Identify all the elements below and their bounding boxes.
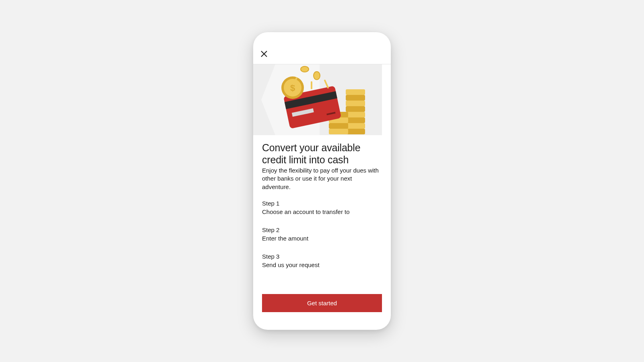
step-description: Choose an account to transfer to — [262, 208, 382, 215]
phone-modal-card: $ Convert your available credit limit in… — [253, 32, 391, 330]
step-item: Step 2 Enter the amount — [262, 226, 382, 242]
steps-list: Step 1 Choose an account to transfer to … — [262, 200, 382, 280]
svg-line-25 — [325, 80, 328, 88]
svg-point-22 — [301, 66, 309, 72]
content-area: $ Convert your available credit limit in… — [253, 64, 391, 294]
svg-rect-12 — [329, 123, 348, 129]
step-description: Enter the amount — [262, 235, 382, 242]
cash-card-illustration: $ — [253, 64, 382, 135]
close-button[interactable] — [260, 49, 268, 58]
step-item: Step 1 Choose an account to transfer to — [262, 200, 382, 215]
top-bar — [253, 32, 391, 64]
close-icon — [260, 50, 268, 58]
svg-rect-10 — [346, 89, 365, 95]
svg-rect-11 — [329, 129, 348, 134]
svg-point-23 — [314, 72, 320, 80]
svg-rect-4 — [346, 123, 365, 129]
get-started-button[interactable]: Get started — [262, 294, 382, 312]
hero-illustration: $ — [253, 64, 391, 135]
svg-rect-7 — [346, 106, 365, 112]
svg-rect-8 — [346, 101, 365, 106]
step-label: Step 1 — [262, 200, 382, 207]
step-item: Step 3 Send us your request — [262, 253, 382, 268]
svg-rect-5 — [346, 117, 365, 123]
step-label: Step 3 — [262, 253, 382, 260]
step-label: Step 2 — [262, 226, 382, 233]
svg-rect-3 — [346, 129, 365, 134]
page-title: Convert your available credit limit into… — [262, 142, 382, 166]
step-description: Send us your request — [262, 261, 382, 268]
cta-container: Get started — [262, 294, 382, 312]
svg-rect-9 — [346, 95, 365, 101]
page-subtitle: Enjoy the flexibility to pay off your du… — [262, 167, 382, 191]
svg-rect-6 — [346, 112, 365, 117]
